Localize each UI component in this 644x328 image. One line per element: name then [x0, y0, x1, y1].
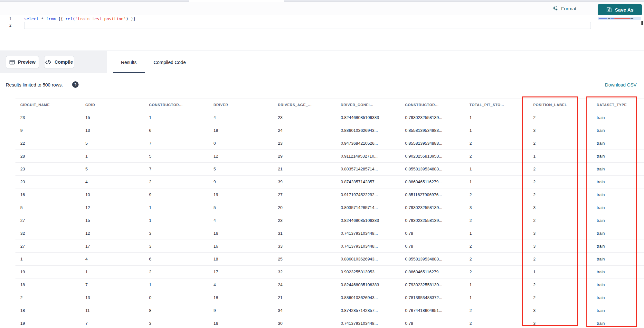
jinja-open: {{	[58, 16, 63, 21]
tab-results[interactable]: Results	[113, 51, 145, 73]
table-cell: 3	[528, 317, 592, 328]
table-cell: 16	[15, 188, 80, 201]
table-row: 23429390.8742857142857...0.8860465116279…	[15, 176, 644, 188]
table-cell: 21	[273, 163, 336, 176]
table-cell: 2	[144, 266, 209, 278]
table-cell: 23	[273, 214, 336, 227]
table-cell: 5	[209, 201, 273, 214]
table-cell: 4	[80, 253, 144, 266]
table-cell: train	[592, 163, 644, 176]
table-cell: 16	[209, 240, 273, 253]
table-cell: 22	[15, 137, 80, 150]
table-cell: 3	[144, 317, 209, 328]
tab-results-label: Results	[121, 60, 137, 65]
table-row: 213018210.8860103626943...0.781395348837…	[15, 291, 644, 304]
table-cell: 9	[144, 188, 209, 201]
column-header: DRIVER_CONFI...	[336, 98, 400, 111]
table-cell: 18	[209, 291, 273, 304]
table-cell: 19	[15, 317, 80, 328]
table-cell: 23	[15, 111, 80, 124]
table-cell: 1	[144, 201, 209, 214]
table-cell: 1	[528, 266, 592, 278]
current-line-highlight[interactable]	[24, 22, 591, 29]
table-cell: 0.7413793103448...	[336, 227, 400, 240]
table-cell: 1	[144, 111, 209, 124]
minimap-code-line	[598, 17, 641, 20]
table-cell: 1	[144, 214, 209, 227]
table-cell: 4	[80, 176, 144, 188]
compile-label: Compile	[54, 59, 73, 65]
table-cell: 0.824468085106383	[336, 214, 400, 227]
table-cell: 0.7930232558139...	[400, 214, 465, 227]
download-csv-link[interactable]: Download CSV	[605, 82, 637, 87]
table-cell: 3	[528, 304, 592, 317]
table-cell: 0.78	[400, 227, 465, 240]
column-header: DRIVER	[209, 98, 273, 111]
table-cell: 0.7813953488372...	[400, 291, 465, 304]
column-header: CONSTRUCTOR...	[400, 98, 465, 111]
save-as-button[interactable]: Save As	[598, 4, 642, 16]
sql-keyword: select	[24, 16, 39, 21]
table-cell: train	[592, 240, 644, 253]
editor-minimap[interactable]	[598, 16, 641, 29]
table-cell: 9	[209, 304, 273, 317]
minimap-segment	[599, 18, 607, 19]
table-cell: 12	[80, 201, 144, 214]
table-cell: 34	[273, 304, 336, 317]
table-row: 3212316310.7413793103448...0.7813train	[15, 227, 644, 240]
table-cell: 7	[144, 163, 209, 176]
table-cell: train	[592, 111, 644, 124]
table-cell: 3	[528, 124, 592, 137]
tab-compiled-code[interactable]: Compiled Code	[149, 51, 191, 73]
format-label: Format	[561, 6, 576, 11]
editor-top-bar: Format Save As	[0, 2, 644, 15]
table-cell: 2	[465, 240, 528, 253]
table-cell: 23	[273, 111, 336, 124]
minimap-segment	[630, 18, 633, 19]
table-cell: 3	[528, 201, 592, 214]
column-header: GRID	[80, 98, 144, 111]
table-cell: 19	[209, 188, 273, 201]
table-cell: 0.7413793103448...	[336, 317, 400, 328]
table-cell: 0.7930232558139...	[400, 111, 465, 124]
table-cell: train	[592, 304, 644, 317]
results-limit-text: Results limited to 500 rows.	[6, 82, 63, 87]
table-cell: 3	[528, 240, 592, 253]
table-row: 23575210.8035714285714...0.8558139534883…	[15, 163, 644, 176]
table-cell: 1	[465, 111, 528, 124]
table-cell: 3	[144, 227, 209, 240]
table-cell: 1	[465, 124, 528, 137]
results-toolbar: Preview Compile Results Compiled Code	[0, 51, 644, 73]
table-cell: train	[592, 214, 644, 227]
column-header: DATASET_TYPE	[592, 98, 644, 111]
help-icon[interactable]: ?	[72, 81, 79, 88]
results-table-body: 231514230.8244680851063830.7930232558139…	[15, 111, 644, 328]
code-editor[interactable]: 1 2 select * from {{ ref('train_test_pos…	[0, 15, 644, 51]
table-cell: 2	[465, 214, 528, 227]
scrollbar-thumb[interactable]	[641, 21, 643, 25]
table-cell: 2	[528, 111, 592, 124]
ref-function: ref(	[65, 16, 75, 21]
table-cell: 6	[144, 124, 209, 137]
table-cell: 27	[273, 188, 336, 201]
table-cell: 2	[528, 253, 592, 266]
table-cell: train	[592, 124, 644, 137]
table-cell: 2	[528, 176, 592, 188]
table-cell: train	[592, 253, 644, 266]
table-cell: 23	[273, 137, 336, 150]
table-cell: 24	[273, 278, 336, 291]
table-cell: train	[592, 317, 644, 328]
table-header-row: CIRCUIT_NAMEGRIDCONSTRUCTOR...DRIVERDRIV…	[15, 98, 644, 111]
table-cell: 29	[273, 150, 336, 163]
table-cell: 4	[209, 111, 273, 124]
preview-button[interactable]: Preview	[6, 56, 39, 68]
table-cell: 0.8860465116279...	[400, 176, 465, 188]
table-cell: 0.824468085106383	[336, 111, 400, 124]
table-cell: 1	[80, 150, 144, 163]
code-icon	[45, 60, 51, 65]
table-grid-icon	[9, 59, 15, 65]
compile-button[interactable]: Compile	[44, 56, 74, 68]
dbt-ide-screen: Format Save As 1 2 select * from {{ ref(…	[0, 0, 644, 328]
table-cell: 2	[465, 137, 528, 150]
format-button[interactable]: Format	[552, 5, 576, 12]
